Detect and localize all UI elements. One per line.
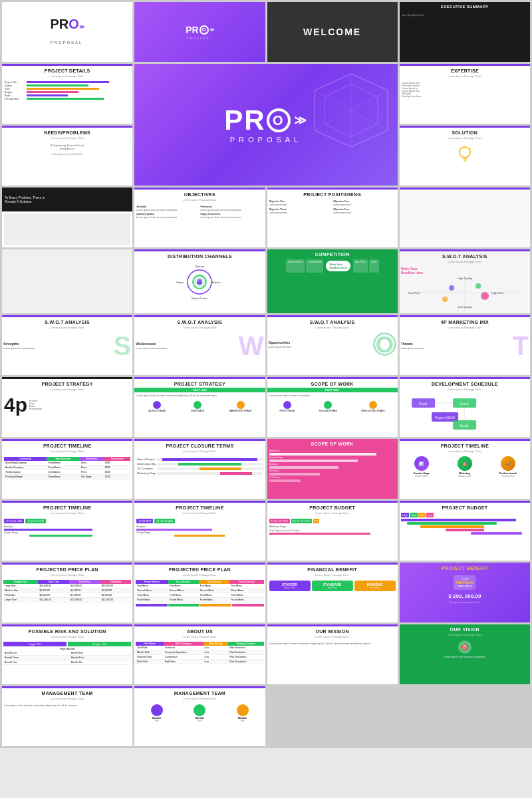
positioning-diagram: Optimal Subpar Aspirant Subpar Product Y…: [134, 260, 265, 304]
price-plan2-subtitle: Lorem Ipsum Passage Dolor: [267, 573, 398, 577]
competition-subtitle: Lorem Ipsum Passage Dolor: [400, 260, 530, 263]
closure-bars: Marketing Design Stage Analysis Research…: [267, 448, 398, 485]
closure-title: SCOPE OF WORK: [267, 439, 398, 448]
expertise-content: Lorem ipsum textTitle here contentLorem …: [400, 80, 530, 100]
slide-timeline3[interactable]: PROJECT TIMELINE Lorem Ipsum Passage Dol…: [134, 501, 265, 561]
slide-price-plan2[interactable]: FINANCIAL BENEFIT Lorem Ipsum Passage Do…: [267, 563, 398, 622]
slide-swot-s[interactable]: S.W.O.T ANALYSIS Lorem Ipsum Passage Dol…: [2, 315, 132, 375]
slide-budget1[interactable]: PROJECT BUDGET High High Mid Low: [400, 501, 530, 561]
swot-w-title: S.W.O.T ANALYSIS: [134, 317, 265, 326]
timeline2-title: PROJECT TIMELINE: [2, 503, 132, 511]
slide-scope-of-work[interactable]: DEVELOPMENT SCHEDULE Lorem Ipsum Passage…: [400, 377, 530, 437]
dev-schedule-title: PROJECT TIMELINE: [2, 441, 132, 450]
timeline1-title: PROJECT CLOSURE TERMS: [134, 441, 265, 450]
4p-title: PROJECT STRATEGY: [2, 379, 132, 388]
timeline4-title: PROJECT BUDGET: [267, 503, 398, 511]
slide-swot-o[interactable]: S.W.O.T ANALYSIS Lorem Ipsum Passage Dol…: [267, 315, 398, 375]
slide-our-mission[interactable]: OUR VISION Lorem Ipsum Passage Dolor 🎯 L…: [400, 624, 530, 684]
project-details-title: PROJECT DETAILS: [2, 66, 132, 74]
svg-text:High Price: High Price: [491, 291, 504, 295]
exec-subtitle: Your Big Idea Here: [400, 11, 530, 19]
vision-content: Lorem ipsum dolor sit amet consectetur a…: [2, 702, 132, 709]
risk-subtitle: Lorem Ipsum Passage Dolor: [134, 635, 265, 638]
slide-about-us[interactable]: OUR MISSION Lorem Ipsum Passage Dolor Lo…: [267, 624, 398, 684]
slide-project-benefit[interactable]: POSSIBLE RISK AND SOLUTION Lorem Ipsum P…: [2, 624, 132, 684]
risk-title: ABOUT US: [134, 626, 265, 635]
slide-solution2[interactable]: To Every Problem, There IsAlready A Solu…: [2, 188, 132, 247]
scope2-subtitle: Lorem Ipsum Passage Dolor: [400, 450, 530, 453]
slide-management-team[interactable]: MANAGEMENT TEAM Lorem Ipsum Passage Dolo…: [134, 686, 265, 746]
svg-point-5: [460, 147, 470, 158]
mission-subtitle: Lorem Ipsum Passage Dolor: [400, 633, 530, 636]
mission-title: OUR VISION: [400, 624, 530, 633]
expertise-title: EXPERTISE: [400, 66, 530, 74]
dev-schedule-subtitle: Lorem Ipsum Passage Dolor: [2, 450, 132, 453]
slide-logo[interactable]: PRO≫PROPOSAL: [2, 2, 132, 62]
swot-t-subtitle: Lorem Ipsum Passage Dolor: [400, 326, 530, 329]
svg-text:Low Price: Low Price: [408, 291, 420, 295]
pro-logo-small: PRO≫: [186, 25, 213, 35]
timeline2-subtitle: Lorem Ipsum Passage Dolor: [2, 511, 132, 515]
strategy2-title: SCOPE OF WORK: [267, 379, 398, 388]
swot-w-content: Weaknesses Lorem ipsum text content here…: [134, 331, 265, 360]
svg-point-25: [449, 285, 454, 291]
slide-expertise[interactable]: EXPERTISE Lorem Ipsum Passage Dolor Lore…: [400, 64, 530, 124]
timeline3-content: 16.09 APR 01.16 09 MAY Analytics Design …: [134, 517, 265, 539]
slide-our-vision[interactable]: MANAGEMENT TEAM Lorem Ipsum Passage Dolo…: [2, 686, 132, 746]
scope-diagram: Result Clearly Project AREAS Result: [400, 393, 530, 436]
slide-timeline4[interactable]: PROJECT BUDGET Lorem Ipsum Passage Dolor…: [267, 501, 398, 561]
slide-goals[interactable]: OBJECTIVES Lorem Ipsum Passage Dolor Act…: [134, 188, 265, 247]
slide-swot-w[interactable]: S.W.O.T ANALYSIS Lorem Ipsum Passage Dol…: [134, 315, 265, 375]
svg-point-26: [475, 283, 481, 289]
slide-price-plan1[interactable]: PROJECTED PRICE PLAN Lorem Ipsum Passage…: [134, 563, 265, 622]
slide-project-strategy2[interactable]: SCOPE OF WORK PART TWO Lorem ipsum dolor…: [267, 377, 398, 437]
slide-welcome[interactable]: WELCOME: [267, 2, 398, 62]
positioning-title: DISTRIBUTION CHANNELS: [134, 251, 265, 260]
slide-financial-benefit[interactable]: PROJECT BENEFIT YOUR FINANCIAL EARNINGS …: [400, 563, 530, 622]
strategy1-phase: PART ONE: [134, 388, 265, 392]
slide-placeholder-mid[interactable]: [400, 188, 530, 247]
objectives-content: Objective OneLorem ipsum text Objective …: [267, 198, 398, 216]
timeline4-content: 16.04 OF SEP 20.19 OF DEC PO Marketing S…: [267, 517, 398, 537]
hero-bg-shape: [311, 70, 391, 150]
slide-distribution[interactable]: COMPETITION Official Source Social Media…: [267, 249, 398, 313]
slide-objectives[interactable]: PROJECT POSITIONING Objective OneLorem i…: [267, 188, 398, 247]
needs-title: NEEDS/PROBLEMS: [2, 128, 132, 136]
svg-text:Subpar Product: Subpar Product: [192, 297, 207, 300]
risk-table: Risk Name Risk Category Risk Rating Stra…: [134, 640, 265, 666]
slide-swot-t[interactable]: 4P MARKETING MIX Lorem Ipsum Passage Dol…: [400, 315, 530, 375]
slide-project-details[interactable]: PROJECT DETAILS Lorem Ipsum Passage Dolo…: [2, 64, 132, 124]
svg-text:Result: Result: [418, 402, 428, 406]
slide-4p-mix[interactable]: PROJECT STRATEGY Lorem Ipsum Passage Dol…: [2, 377, 132, 437]
slide-budget2[interactable]: PROJECTED PRICE PLAN Lorem Ipsum Passage…: [2, 563, 132, 622]
slide-project-positioning[interactable]: DISTRIBUTION CHANNELS Optimal Subpar Asp…: [134, 249, 265, 313]
vision-subtitle: Lorem Ipsum Passage Dolor: [2, 697, 132, 700]
goals-content: ActualityLorem ipsum dolor sit amet cons…: [134, 203, 265, 221]
swot-s-title: S.W.O.T ANALYSIS: [2, 317, 132, 326]
slide-project-closure[interactable]: SCOPE OF WORK Marketing Design Stage Ana…: [267, 439, 398, 499]
lightbulb-icon: [455, 144, 475, 164]
slide-solution1[interactable]: SOLUTION Lorem Ipsum Passage Dolor: [400, 126, 530, 186]
about-content: Lorem ipsum dolor sit amet consectetur a…: [267, 640, 398, 647]
slide-possible-risk[interactable]: ABOUT US Lorem Ipsum Passage Dolor Risk …: [134, 624, 265, 684]
slide-project-strategy1[interactable]: PROJECT STRATEGY PART ONE Lorem ipsum do…: [134, 377, 265, 437]
slide-project-timeline1[interactable]: PROJECT CLOSURE TERMS Lorem Ipsum Passag…: [134, 439, 265, 499]
svg-point-27: [442, 297, 448, 302]
slide-hero[interactable]: PRO≫ PROPOSAL: [134, 64, 398, 186]
slide-timeline2[interactable]: PROJECT TIMELINE Lorem Ipsum Passage Dol…: [2, 501, 132, 561]
slide-competition[interactable]: S.W.O.T ANALYSIS Lorem Ipsum Passage Dol…: [400, 249, 530, 313]
strategy2-phase: PART TWO: [267, 388, 398, 392]
slide-scope2[interactable]: PROJECT TIMELINE Lorem Ipsum Passage Dol…: [400, 439, 530, 499]
slide-exec-summary[interactable]: EXECUTIVE SUMMARY Your Big Idea Here: [400, 2, 530, 62]
slide-pro-purple[interactable]: PRO≫ PROPOSAL: [134, 2, 265, 62]
swot-w-subtitle: Lorem Ipsum Passage Dolor: [134, 326, 265, 329]
budget2-subtitle: Lorem Ipsum Passage Dolor: [2, 573, 132, 577]
budget1-title: PROJECT BUDGET: [400, 503, 530, 511]
slide-blank[interactable]: [2, 249, 132, 313]
slide-dev-schedule[interactable]: PROJECT TIMELINE Lorem Ipsum Passage Dol…: [2, 439, 132, 499]
slide-needs-problems[interactable]: NEEDS/PROBLEMS Lorem Ipsum Passage Dolor…: [2, 126, 132, 186]
solution2-dark: To Every Problem, There IsAlready A Solu…: [2, 188, 132, 211]
svg-text:Your: Your: [198, 280, 203, 283]
team-title: MANAGEMENT TEAM: [134, 688, 265, 697]
solution2-light: [2, 211, 132, 247]
